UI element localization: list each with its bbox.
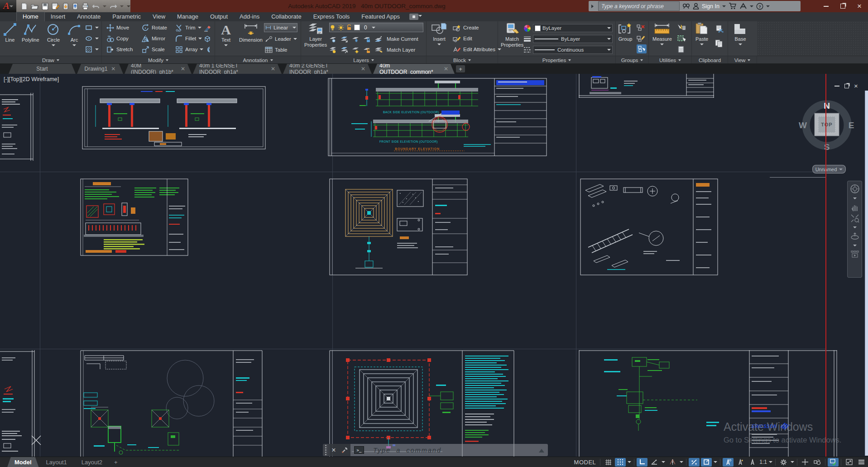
- edit-attributes-button[interactable]: Edit Attributes: [453, 44, 501, 54]
- help-caret[interactable]: [766, 5, 770, 9]
- close-tab-icon[interactable]: ✕: [181, 66, 185, 72]
- panel-title-clipboard[interactable]: Clipboard: [692, 56, 728, 64]
- viewcube-top-label[interactable]: TOP: [821, 122, 832, 127]
- trim-button[interactable]: Trim: [175, 23, 201, 33]
- autodesk-app-icon[interactable]: [739, 3, 747, 10]
- workspace-switching-button[interactable]: [778, 458, 789, 467]
- measure-button[interactable]: Measure: [652, 22, 672, 47]
- table-button[interactable]: Table: [265, 45, 288, 55]
- panel-title-layers[interactable]: Layers: [301, 56, 427, 64]
- help-icon[interactable]: ?: [756, 3, 763, 10]
- annotation-autoscale-toggle[interactable]: [735, 458, 746, 467]
- circle-button[interactable]: Circle: [46, 22, 61, 48]
- lineweight-icon[interactable]: [523, 36, 531, 42]
- isometric-drafting-toggle[interactable]: [667, 458, 678, 467]
- linetype-combo[interactable]: Continuous: [533, 46, 613, 54]
- viewport-restore-icon[interactable]: [844, 84, 849, 88]
- command-line-grip[interactable]: [323, 444, 329, 456]
- layout-tab-layout2[interactable]: Layout2: [74, 457, 110, 467]
- polar-settings-caret[interactable]: [661, 459, 666, 465]
- tab-parametric[interactable]: Parametric: [106, 12, 147, 21]
- line-button[interactable]: Line: [3, 22, 17, 43]
- search-icon[interactable]: [682, 3, 690, 10]
- layer-dropdown[interactable]: 0: [329, 23, 423, 32]
- offset-button[interactable]: [203, 44, 211, 54]
- isolate-objects-button[interactable]: [812, 458, 823, 467]
- polyline-button[interactable]: Polyline: [22, 22, 39, 43]
- erase-button[interactable]: [203, 23, 211, 33]
- tab-collaborate[interactable]: Collaborate: [265, 12, 307, 21]
- file-tab-indoor-ph1b[interactable]: 40M (INDOOR)_ph1b*✕: [125, 64, 192, 74]
- copy-clip-button[interactable]: [715, 39, 724, 48]
- restore-icon[interactable]: [840, 4, 845, 9]
- dimension-button[interactable]: Dimension: [237, 22, 265, 43]
- match-layer-label[interactable]: Match Layer: [387, 47, 415, 53]
- paste-button[interactable]: Paste: [695, 22, 709, 47]
- match-layer-icon[interactable]: [374, 47, 383, 53]
- tab-addins[interactable]: Add-ins: [234, 12, 265, 21]
- app-store-cart-icon[interactable]: [729, 3, 737, 10]
- file-tab-genset2[interactable]: 40m 2 GENSET INDOOR_ph1a*✕: [283, 64, 372, 74]
- autodesk-app-caret[interactable]: [750, 5, 753, 9]
- rectangle-tool-button[interactable]: [85, 23, 99, 33]
- tab-featured-apps[interactable]: Featured Apps: [355, 12, 406, 21]
- layer-dropdown-caret[interactable]: [372, 27, 375, 30]
- search-input[interactable]: [599, 3, 679, 10]
- file-tab-start[interactable]: Start: [9, 64, 76, 74]
- stretch-button[interactable]: Stretch: [106, 44, 133, 54]
- new-tab-button[interactable]: +: [456, 65, 465, 72]
- annotation-scale-value[interactable]: 1:1: [759, 459, 767, 465]
- cut-button[interactable]: [715, 24, 724, 34]
- save-to-web-icon[interactable]: [72, 3, 78, 10]
- text-button[interactable]: A Text: [219, 22, 233, 48]
- save-icon[interactable]: [42, 3, 48, 10]
- hatch-tool-button[interactable]: [85, 44, 99, 54]
- object-snap-tracking-toggle[interactable]: [689, 458, 700, 467]
- new-file-icon[interactable]: [21, 3, 28, 10]
- panel-title-utilities[interactable]: Utilities: [649, 56, 692, 64]
- command-recent-caret[interactable]: [367, 449, 370, 453]
- close-tab-icon[interactable]: ✕: [271, 66, 275, 72]
- tab-home[interactable]: Home: [16, 12, 45, 21]
- annotation-scale-caret[interactable]: [768, 459, 773, 465]
- object-snap-toggle[interactable]: [701, 458, 712, 467]
- pan-hand-icon[interactable]: [850, 203, 859, 212]
- mirror-button[interactable]: Mirror: [142, 34, 165, 43]
- create-block-button[interactable]: Create: [453, 23, 479, 33]
- explode-button[interactable]: [203, 34, 211, 43]
- search-field[interactable]: [598, 1, 680, 11]
- ellipse-tool-button[interactable]: [85, 34, 99, 43]
- close-icon[interactable]: ×: [857, 2, 862, 10]
- viewport-controls-label[interactable]: [-][Top][2D Wireframe]: [4, 76, 59, 82]
- minimize-icon[interactable]: [824, 6, 829, 7]
- scale-button[interactable]: Scale: [142, 44, 165, 54]
- layout-tab-layout1[interactable]: Layout1: [39, 457, 74, 467]
- file-tab-outdoor-common[interactable]: 40m OUTDOOR_common*✕: [373, 64, 455, 74]
- sign-in-caret[interactable]: [722, 5, 726, 9]
- command-line-close-icon[interactable]: ×: [329, 444, 339, 456]
- arc-button[interactable]: Arc: [67, 22, 82, 48]
- tab-annotate[interactable]: Annotate: [71, 12, 106, 21]
- rotate-button[interactable]: Rotate: [142, 23, 167, 33]
- ribbon-options-icon[interactable]: [409, 14, 418, 20]
- file-tab-drawing1[interactable]: Drawing1✕: [77, 64, 123, 74]
- base-button[interactable]: Base: [733, 22, 748, 47]
- ortho-mode-toggle[interactable]: [637, 458, 647, 467]
- layer-on-all-icon[interactable]: [329, 47, 337, 53]
- make-current-label[interactable]: Make Current: [387, 36, 418, 42]
- select-similar-button[interactable]: [677, 34, 686, 43]
- isodraft-settings-caret[interactable]: [679, 459, 684, 465]
- sign-in-label[interactable]: Sign In: [702, 3, 719, 10]
- app-menu-button[interactable]: A: [0, 0, 16, 12]
- panel-title-groups[interactable]: Groups: [616, 56, 649, 64]
- close-tab-icon[interactable]: ✕: [111, 66, 115, 72]
- command-prompt-icon[interactable]: >_: [354, 446, 364, 454]
- tab-output[interactable]: Output: [204, 12, 234, 21]
- close-tab-icon[interactable]: ✕: [444, 66, 448, 72]
- file-tab-genset1[interactable]: 40m 1 GENSET INDOOR_ph1a*✕: [193, 64, 282, 74]
- orbit-icon[interactable]: [850, 232, 859, 241]
- showmotion-icon[interactable]: [850, 250, 859, 258]
- layer-freeze-icon[interactable]: [352, 36, 360, 43]
- layer-unlock-all-icon[interactable]: [363, 47, 371, 53]
- tab-manage[interactable]: Manage: [171, 12, 204, 21]
